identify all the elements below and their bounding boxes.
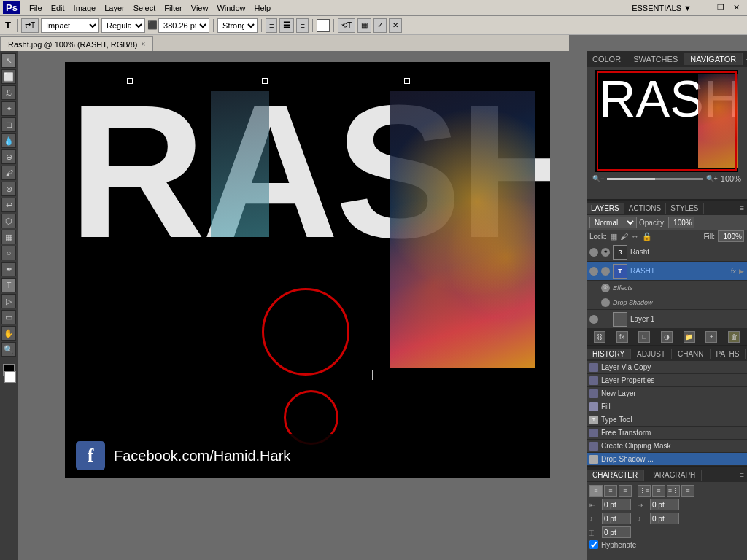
space-before-input[interactable] (602, 513, 631, 524)
lock-all-icon[interactable]: 🔒 (642, 232, 652, 241)
delete-layer-btn[interactable]: 🗑 (728, 331, 740, 343)
layers-menu-btn[interactable]: ≡ (737, 203, 747, 212)
menu-edit[interactable]: Edit (47, 2, 69, 14)
lasso-tool[interactable]: ℒ (1, 85, 16, 100)
tab-navigator[interactable]: NAVIGATOR (684, 53, 743, 65)
menu-select[interactable]: Select (129, 2, 160, 14)
blend-mode-select[interactable]: Normal (589, 217, 637, 228)
aa-select[interactable]: Strong (217, 18, 258, 33)
tab-paths[interactable]: PATHS (711, 349, 746, 359)
new-layer-btn[interactable]: + (705, 331, 717, 343)
space-after-input[interactable] (650, 513, 679, 524)
layer-eye-rasht[interactable] (589, 248, 598, 257)
effect-eye[interactable]: 👁 (601, 284, 610, 292)
add-mask-btn[interactable]: □ (638, 331, 650, 343)
menu-view[interactable]: View (187, 2, 213, 14)
toggle-palette-btn[interactable]: ▦ (357, 18, 371, 33)
gradient-tool[interactable]: ▦ (1, 230, 16, 244)
eyedropper-tool[interactable]: 💧 (1, 133, 16, 148)
tab-close-btn[interactable]: × (141, 40, 145, 48)
canvas-document[interactable]: RASHT | f Facebook.com/Hamid.Hark (65, 62, 550, 478)
hist-row-6[interactable]: Create Clipping Mask (587, 440, 747, 453)
justify-right-btn[interactable]: ≡⋮ (667, 485, 680, 497)
justify-center-btn[interactable]: ≡ (652, 485, 665, 497)
align-left-btn[interactable]: ≡ (266, 18, 277, 33)
indent-left-input[interactable] (602, 499, 631, 510)
pen-tool[interactable]: ✒ (1, 262, 16, 276)
menu-filter[interactable]: Filter (160, 2, 186, 14)
link-layers-btn[interactable]: ⛓ (594, 331, 605, 343)
essentials-label[interactable]: ESSENTIALS ▼ (627, 2, 696, 14)
align-center-para-btn[interactable]: ≡ (604, 485, 617, 497)
tab-adjust[interactable]: ADJUST (631, 349, 672, 359)
hist-row-7[interactable]: Drop Shadow ... (587, 453, 747, 466)
menu-image[interactable]: Image (69, 2, 101, 14)
layer-options-icon[interactable]: ▶ (739, 268, 744, 275)
shape-tool[interactable]: ▭ (1, 310, 16, 324)
tab-swatches[interactable]: SWATCHES (627, 53, 684, 65)
heal-tool[interactable]: ⊕ (1, 149, 16, 164)
layer-eye-layer1[interactable] (589, 315, 598, 324)
text-tool[interactable]: T (1, 278, 16, 292)
kerning-input[interactable] (602, 526, 631, 538)
tab-paragraph[interactable]: PARAGRAPH (644, 470, 702, 481)
selection-handle-tl[interactable] (127, 78, 133, 84)
dodge-tool[interactable]: ○ (1, 246, 16, 260)
tab-channels[interactable]: CHANN (672, 349, 711, 359)
tab-history[interactable]: HISTORY (587, 349, 631, 359)
char-menu-btn[interactable]: ≡ (737, 470, 747, 479)
menu-file[interactable]: File (25, 2, 47, 14)
layer-row-rasht-text[interactable]: T RASHT fx ▶ (587, 262, 747, 281)
tab-color[interactable]: COLOR (587, 53, 627, 65)
lock-transparent-icon[interactable]: ▦ (610, 232, 617, 241)
menu-help[interactable]: Help (250, 2, 276, 14)
layer-link-rasht-text[interactable] (601, 267, 610, 276)
fill-input[interactable] (718, 230, 744, 242)
toggle-orient-btn[interactable]: ⇄T (21, 18, 39, 33)
hist-row-2[interactable]: New Layer (587, 387, 747, 400)
font-family-select[interactable]: Impact (41, 18, 99, 33)
tab-layers[interactable]: LAYERS (587, 203, 624, 214)
crop-tool[interactable]: ⊡ (1, 117, 16, 132)
magic-wand-tool[interactable]: ✦ (1, 101, 16, 116)
window-minimize[interactable]: — (696, 2, 713, 14)
align-right-para-btn[interactable]: ≡ (619, 485, 632, 497)
new-adjustment-btn[interactable]: ◑ (661, 331, 673, 343)
cancel-btn[interactable]: ✕ (389, 18, 402, 33)
justify-all-btn[interactable]: ≡ (681, 485, 694, 497)
font-style-select[interactable]: Regular (101, 18, 145, 33)
layer-link-rasht[interactable]: ⚭ (601, 248, 610, 257)
move-tool[interactable]: ↖ (1, 53, 16, 68)
history-brush-tool[interactable]: ↩ (1, 198, 16, 212)
indent-right-input[interactable] (650, 499, 679, 510)
zoom-slider[interactable] (607, 178, 703, 180)
panel-menu-btn[interactable]: ≡ (743, 55, 747, 63)
hyphenate-checkbox[interactable] (589, 540, 598, 549)
rect-select-tool[interactable]: ⬜ (1, 69, 16, 84)
hand-tool[interactable]: ✋ (1, 326, 16, 341)
document-tab[interactable]: Rasht.jpg @ 100% (RASHT, RGB/8) × (0, 36, 153, 51)
window-restore[interactable]: ❐ (713, 1, 729, 14)
new-group-btn[interactable]: 📁 (684, 331, 695, 343)
selection-handle-tm[interactable] (262, 78, 268, 84)
align-right-btn[interactable]: ≡ (296, 18, 308, 33)
hist-row-4[interactable]: T Type Tool (587, 413, 747, 427)
tab-character[interactable]: CHARACTER (587, 470, 644, 481)
align-center-btn[interactable]: ☰ (279, 18, 294, 33)
tab-styles[interactable]: STYLES (666, 203, 703, 214)
add-layer-style-btn[interactable]: fx (616, 331, 628, 343)
layer-row-rasht[interactable]: ⚭ R Rasht (587, 243, 747, 262)
warp-text-btn[interactable]: ⟲T (338, 18, 355, 33)
commit-btn[interactable]: ✓ (374, 18, 387, 33)
lock-move-icon[interactable]: ↔ (631, 232, 639, 241)
justify-left-btn[interactable]: ⋮≡ (638, 485, 651, 497)
hist-row-5[interactable]: Free Transform (587, 427, 747, 440)
hist-row-1[interactable]: Layer Properties (587, 374, 747, 387)
layer-eye-rasht-text[interactable] (589, 267, 598, 276)
drop-shadow-eye[interactable] (601, 298, 610, 307)
hist-row-3[interactable]: Fill (587, 400, 747, 413)
lock-paint-icon[interactable]: 🖌 (620, 232, 628, 241)
text-color-swatch[interactable] (317, 19, 330, 32)
brush-tool[interactable]: 🖌 (1, 166, 16, 180)
window-close[interactable]: ✕ (729, 1, 744, 14)
